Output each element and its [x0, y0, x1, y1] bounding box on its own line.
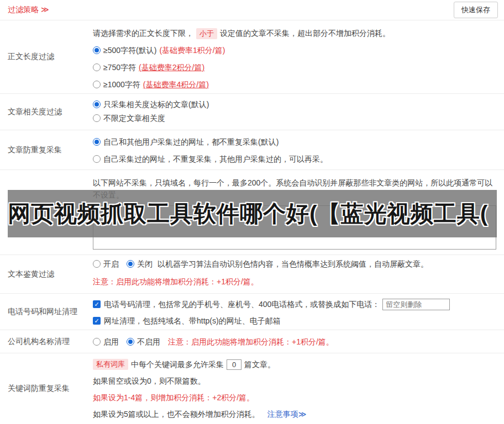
url-clean-option[interactable]: 网址清理，包括纯域名、带http(s)的网址、电子邮箱	[93, 315, 496, 327]
option-label: 不启用	[137, 336, 160, 348]
intro-text-before: 请选择需求的正文长度下限，	[93, 29, 193, 38]
radio-icon	[93, 114, 101, 122]
page-title[interactable]: 过滤策略 ≫	[8, 5, 49, 15]
option-note: (基础费率4积分/篇)	[143, 78, 209, 91]
relevance-filter-label: 文章相关度过滤	[0, 94, 93, 130]
option-label: 开启	[103, 258, 119, 270]
less-than-chip: 小于	[196, 28, 217, 39]
length-option-750[interactable]: ≥750字符 (基础费率2积分/篇)	[93, 61, 496, 73]
porn-filter-off-option[interactable]: 关闭	[127, 258, 153, 270]
porn-filter-on-option[interactable]: 开启	[93, 258, 119, 270]
quick-save-button[interactable]: 快速保存	[454, 2, 498, 18]
intro-text-after: 设定值的文章不采集，超出部分不增加积分消耗。	[220, 29, 390, 38]
option-label: 启用	[103, 336, 119, 348]
company-clean-label: 公司机构名称清理	[0, 330, 93, 353]
note-text: 如果设为5篇或以上，也不会额外增加积分消耗。	[93, 410, 260, 418]
keyword-dedup-text: 中每个关键词最多允许采集	[131, 358, 224, 370]
keyword-dedup-note-3: 如果设为5篇或以上，也不会额外增加积分消耗。 注意事项≫	[93, 408, 496, 420]
dedup-option-self[interactable]: 自己采集过的网址，不重复采集，其他用户采集过的，可以再采。	[93, 153, 496, 165]
radio-icon	[93, 138, 101, 146]
phone-clean-option[interactable]: 电话号码清理，包括常见的手机号、座机号、400电话格式，或替换成如下电话：	[93, 298, 496, 310]
checkbox-checked-icon	[93, 300, 101, 308]
option-label: 只采集相关度达标的文章(默认)	[103, 98, 209, 110]
length-filter-intro: 请选择需求的正文长度下限，小于设定值的文章不采集，超出部分不增加积分消耗。	[93, 27, 496, 39]
row-porn-filter: 文本鉴黄过滤 开启 关闭 以机器学习算法自动识别色情内容，当色情概率达到系统阈值…	[0, 255, 504, 294]
option-label: ≥500字符(默认)	[103, 44, 156, 56]
option-label: 自己和其他用户采集过的网址，都不重复采集(默认)	[103, 136, 279, 148]
length-option-500[interactable]: ≥500字符(默认) (基础费率1积分/篇)	[93, 44, 496, 56]
option-label: ≥750字符	[103, 61, 136, 73]
dedup-option-global[interactable]: 自己和其他用户采集过的网址，都不重复采集(默认)	[93, 136, 496, 148]
option-label: 电话号码清理，包括常见的手机号、座机号、400电话格式，或替换成如下电话：	[104, 298, 380, 310]
porn-filter-label: 文本鉴黄过滤	[0, 255, 93, 293]
row-keyword-dedup: 关键词防重复采集 私有词库 中每个关键词最多允许采集 篇文章。 如果留空或设为0…	[0, 353, 504, 424]
row-relevance-filter: 文章相关度过滤 只采集相关度达标的文章(默认) 不限定文章相关度	[0, 94, 504, 130]
keyword-count-input[interactable]	[227, 359, 242, 370]
radio-icon	[93, 155, 101, 163]
row-phone-url-clean: 电话号码和网址清理 电话号码清理，包括常见的手机号、座机号、400电话格式，或替…	[0, 294, 504, 330]
radio-icon	[93, 63, 101, 71]
porn-filter-description: 以机器学习算法自动识别色情内容，当色情概率达到系统阈值，自动屏蔽文章。	[158, 258, 428, 270]
radio-icon	[127, 260, 134, 268]
row-dedup-filter: 文章防重复采集 自己和其他用户采集过的网址，都不重复采集(默认) 自己采集过的网…	[0, 130, 504, 170]
radio-icon	[93, 338, 101, 346]
notice-link[interactable]: 注意事项≫	[267, 410, 307, 418]
length-filter-label: 正文长度过滤	[0, 20, 93, 93]
keyword-dedup-text-end: 篇文章。	[244, 358, 275, 370]
company-clean-on-option[interactable]: 启用	[93, 336, 119, 348]
option-note: (基础费率2积分/篇)	[139, 61, 204, 73]
radio-icon	[93, 260, 101, 268]
option-label: 关闭	[137, 258, 153, 270]
radio-icon	[127, 338, 134, 346]
keyword-dedup-label: 关键词防重复采集	[0, 353, 93, 424]
watermark-text: 网页视频抓取工具软件哪个好(【蓝光视频工具(	[8, 199, 488, 229]
phone-url-clean-label: 电话号码和网址清理	[0, 294, 93, 330]
phone-replace-input[interactable]	[382, 299, 450, 310]
option-label: 不限定文章相关度	[103, 112, 165, 124]
company-clean-off-option[interactable]: 不启用	[127, 336, 160, 348]
length-option-1000[interactable]: ≥1000字符 (基础费率4积分/篇)	[93, 78, 496, 91]
option-label: 网址清理，包括纯域名、带http(s)的网址、电子邮箱	[104, 315, 281, 327]
relevance-option-any[interactable]: 不限定文章相关度	[93, 112, 496, 124]
row-length-filter: 正文长度过滤 请选择需求的正文长度下限，小于设定值的文章不采集，超出部分不增加积…	[0, 20, 504, 94]
keyword-dedup-note-1: 如果留空或设为0，则不限篇数。	[93, 375, 496, 387]
checkbox-checked-icon	[93, 317, 101, 325]
page-header: 过滤策略 ≫ 快速保存	[0, 0, 504, 20]
watermark-overlay: 网页视频抓取工具软件哪个好(【蓝光视频工具(	[8, 190, 497, 237]
company-clean-warning: 注意：启用此功能将增加积分消耗：+1积分/篇。	[168, 336, 334, 348]
option-label: 自己采集过的网址，不重复采集，其他用户采集过的，可以再采。	[103, 153, 328, 165]
option-label: ≥1000字符	[103, 78, 140, 91]
porn-filter-warning: 注意：启用此功能将增加积分消耗：+1积分/篇。	[93, 275, 496, 288]
option-note: (基础费率1积分/篇)	[159, 44, 225, 56]
radio-icon	[93, 100, 101, 108]
row-company-clean: 公司机构名称清理 启用 不启用 注意：启用此功能将增加积分消耗：+1积分/篇。	[0, 330, 504, 353]
radio-icon	[93, 46, 101, 54]
dedup-filter-label: 文章防重复采集	[0, 130, 93, 169]
radio-icon	[93, 81, 101, 88]
relevance-option-strict[interactable]: 只采集相关度达标的文章(默认)	[93, 98, 496, 110]
keyword-dedup-note-2: 如果设为1-4篇，则增加积分消耗：+2积分/篇。	[93, 391, 496, 404]
private-lexicon-chip: 私有词库	[93, 359, 128, 370]
